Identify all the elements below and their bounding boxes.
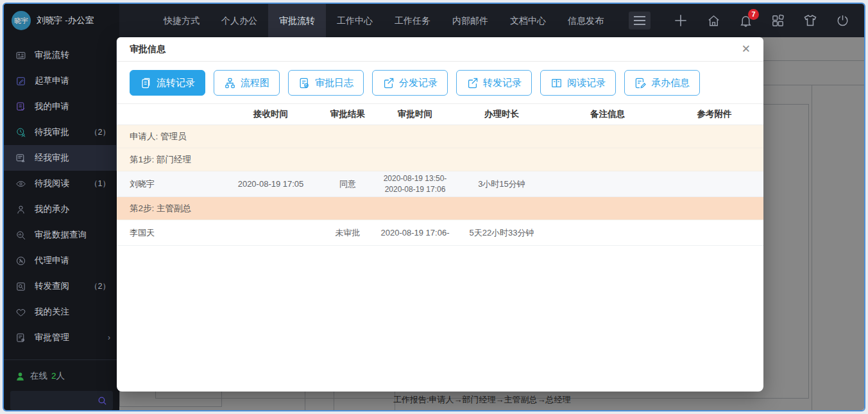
- sidebar-item-proxy-application[interactable]: 代理申请: [4, 248, 119, 273]
- nav-item-internal-mail[interactable]: 内部邮件: [441, 4, 499, 37]
- sidebar-item-approved-by-me[interactable]: 经我审批: [4, 145, 119, 171]
- modal-tabs: 流转记录 流程图 审批日志 分发记录 转发记录 阅读记录: [117, 62, 763, 103]
- sidebar-item-draft-application[interactable]: 起草申请: [4, 68, 119, 94]
- sidebar-item-label: 我的承办: [35, 203, 69, 215]
- search-icon[interactable]: [97, 395, 108, 406]
- nav-item-shortcuts[interactable]: 快捷方式: [153, 4, 210, 37]
- chevron-right-icon: ›: [108, 333, 110, 342]
- col-header-approval-time: 审批时间: [377, 108, 454, 120]
- search-input[interactable]: [10, 396, 97, 406]
- doc-check-icon: [298, 77, 311, 89]
- item-count: （2）: [90, 281, 110, 292]
- sidebar-item-label: 转发查阅: [35, 280, 69, 292]
- sidebar-item-approval-flow[interactable]: 审批流转: [4, 42, 119, 68]
- sidebar-divider: [4, 359, 119, 360]
- menu-icon[interactable]: [629, 12, 651, 30]
- nav-item-info-publish[interactable]: 信息发布: [557, 4, 615, 37]
- search-stats-icon: [15, 230, 26, 241]
- theme-shirt-icon[interactable]: [803, 13, 818, 28]
- table-row-step1: 第1步: 部门经理: [117, 148, 763, 171]
- tab-label: 承办信息: [651, 77, 690, 89]
- open-book-icon: [550, 77, 563, 89]
- tab-label: 分发记录: [399, 77, 438, 89]
- sidebar-item-pending-my-reading[interactable]: 待我阅读 （1）: [4, 171, 119, 196]
- nav-item-document-center[interactable]: 文档中心: [499, 4, 557, 37]
- cell-approval-time: 2020-08-19 13:50-2020-08-19 17:06: [377, 173, 454, 194]
- table-row: 刘晓宇 2020-08-19 17:05 同意 2020-08-19 13:50…: [117, 171, 763, 197]
- plus-icon[interactable]: [672, 12, 689, 29]
- tab-undertaking-info[interactable]: 承办信息: [624, 70, 700, 96]
- apps-icon[interactable]: [770, 13, 785, 28]
- notifications[interactable]: 7: [738, 13, 753, 28]
- tab-reading-records[interactable]: 阅读记录: [540, 70, 616, 96]
- app-window: 晓宇 刘晓宇 -办公室 快捷方式 个人办公 审批流转 工作中心 工作任务 内部邮…: [3, 3, 865, 411]
- online-person-icon: [15, 372, 25, 381]
- sidebar-item-label: 审批流转: [35, 49, 69, 61]
- card-icon: [15, 50, 26, 61]
- sidebar-item-approval-data-query[interactable]: 审批数据查询: [4, 222, 119, 248]
- sidebar-item-approval-management[interactable]: 审批管理 ›: [4, 325, 119, 350]
- tab-label: 流程图: [241, 77, 269, 89]
- power-icon[interactable]: [835, 13, 850, 28]
- sidebar-item-label: 审批数据查询: [35, 229, 87, 241]
- nav-item-work-center[interactable]: 工作中心: [326, 4, 384, 37]
- cell-approval-time: 2020-08-19 17:06-: [377, 228, 454, 237]
- col-header-remark: 备注信息: [550, 108, 665, 120]
- sidebar-item-forward-review[interactable]: 转发查阅 （2）: [4, 273, 119, 299]
- nav-item-approval-flow[interactable]: 审批流转: [268, 4, 326, 37]
- tab-flowchart[interactable]: 流程图: [214, 70, 280, 96]
- sidebar-item-my-undertakings[interactable]: 我的承办: [4, 196, 119, 222]
- top-icon-bar: 7: [672, 12, 864, 29]
- sidebar-item-label: 代理申请: [35, 255, 69, 266]
- tab-label: 审批日志: [315, 77, 353, 89]
- tab-forward-records[interactable]: 转发记录: [456, 70, 532, 96]
- heart-icon: [15, 307, 26, 318]
- online-unit: 人: [56, 371, 65, 381]
- doc-person-icon: [15, 153, 26, 164]
- flowchart-icon: [224, 77, 236, 89]
- user-area[interactable]: 晓宇 刘晓宇 -办公室: [4, 4, 119, 37]
- cell-result: 同意: [319, 178, 377, 190]
- sidebar-item-label: 我的关注: [35, 306, 69, 318]
- table-row-applicant: 申请人: 管理员: [117, 125, 763, 148]
- tab-approval-log[interactable]: 审批日志: [288, 70, 364, 96]
- cell-duration: 3小时15分钟: [454, 178, 550, 190]
- item-count: （1）: [90, 178, 110, 189]
- modal-header: 审批信息 ✕: [117, 37, 763, 61]
- share-icon: [382, 77, 395, 89]
- sidebar-item-my-follows[interactable]: 我的关注: [4, 299, 119, 325]
- sidebar: 审批流转 起草申请 我的申请 待我审批 （2） 经我审批 待我阅读 （1） 我的…: [4, 37, 119, 410]
- sidebar-item-label: 经我审批: [35, 152, 69, 164]
- approval-table: 接收时间 审批结果 审批时间 办理时长 备注信息 参考附件 申请人: 管理员 第…: [117, 103, 763, 246]
- nav-item-personal-office[interactable]: 个人办公: [210, 4, 268, 37]
- doc-copy-icon: [140, 77, 152, 89]
- proxy-icon: [15, 255, 26, 266]
- top-navbar: 晓宇 刘晓宇 -办公室 快捷方式 个人办公 审批流转 工作中心 工作任务 内部邮…: [4, 4, 864, 37]
- tab-flow-records[interactable]: 流转记录: [130, 70, 205, 96]
- sidebar-item-pending-my-approval[interactable]: 待我审批 （2）: [4, 119, 119, 145]
- sidebar-search: [10, 391, 113, 410]
- home-icon[interactable]: [706, 13, 721, 28]
- tab-label: 阅读记录: [567, 77, 606, 89]
- table-row: 李国天 未审批 2020-08-19 17:06- 5天22小时33分钟: [117, 220, 763, 246]
- eye-icon: [15, 178, 26, 189]
- cell-result: 未审批: [319, 227, 377, 239]
- sidebar-item-label: 我的申请: [35, 101, 69, 112]
- tab-label: 流转记录: [157, 77, 195, 89]
- nav-item-work-tasks[interactable]: 工作任务: [384, 4, 441, 37]
- avatar[interactable]: 晓宇: [12, 11, 31, 30]
- online-status: 在线 2人: [4, 368, 119, 384]
- item-count: （2）: [90, 127, 110, 138]
- close-icon[interactable]: ✕: [742, 44, 751, 55]
- sidebar-item-label: 审批管理: [35, 332, 69, 343]
- tab-distribution-records[interactable]: 分发记录: [372, 70, 448, 96]
- col-header-approval-result: 审批结果: [319, 108, 377, 120]
- forward-icon: [466, 77, 479, 89]
- sidebar-item-my-applications[interactable]: 我的申请: [4, 94, 119, 119]
- doc-gear-icon: [15, 332, 26, 343]
- cell-duration: 5天22小时33分钟: [454, 227, 550, 239]
- table-header-row: 接收时间 审批结果 审批时间 办理时长 备注信息 参考附件: [117, 103, 763, 125]
- draft-icon: [15, 76, 26, 87]
- doc-pen-icon: [634, 77, 647, 89]
- person-icon: [15, 204, 26, 215]
